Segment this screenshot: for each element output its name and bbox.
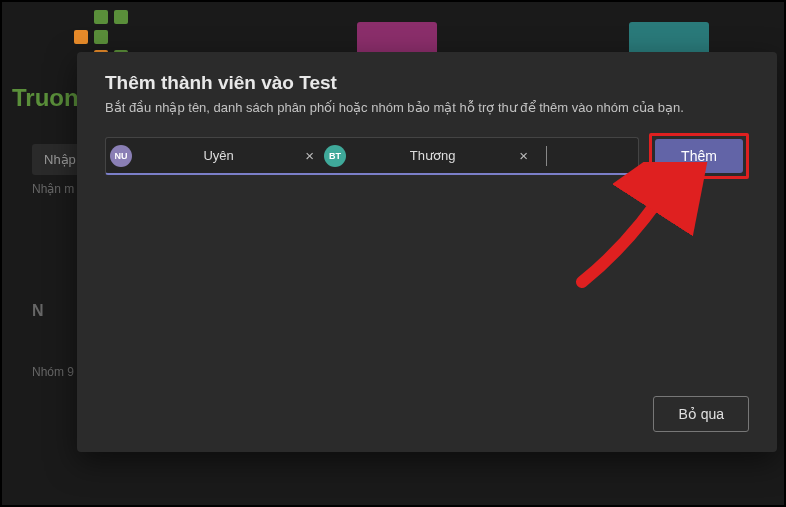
bg-text-fragment-n2: Nhóm 9 c (32, 365, 83, 379)
remove-chip-icon[interactable]: × (305, 147, 314, 164)
modal-subtitle: Bắt đầu nhập tên, danh sách phân phối ho… (105, 100, 749, 115)
text-cursor (546, 146, 548, 166)
members-input[interactable]: NU Uyên × BT Thương × (105, 137, 639, 175)
highlight-box: Thêm (649, 133, 749, 179)
add-members-modal: Thêm thành viên vào Test Bắt đầu nhập tê… (77, 52, 777, 452)
bg-text-fragment-n: N (32, 302, 44, 320)
add-button[interactable]: Thêm (655, 139, 743, 173)
modal-title: Thêm thành viên vào Test (105, 72, 749, 94)
member-chip[interactable]: BT Thương × (324, 145, 534, 167)
avatar: BT (324, 145, 346, 167)
input-row: NU Uyên × BT Thương × Thêm (105, 133, 749, 179)
bg-text-fragment-1: Nhận m (32, 182, 74, 196)
member-chip[interactable]: NU Uyên × (110, 145, 320, 167)
chip-label: Uyên (140, 148, 297, 163)
skip-button[interactable]: Bỏ qua (653, 396, 749, 432)
remove-chip-icon[interactable]: × (519, 147, 528, 164)
chip-label: Thương (354, 148, 511, 163)
avatar: NU (110, 145, 132, 167)
